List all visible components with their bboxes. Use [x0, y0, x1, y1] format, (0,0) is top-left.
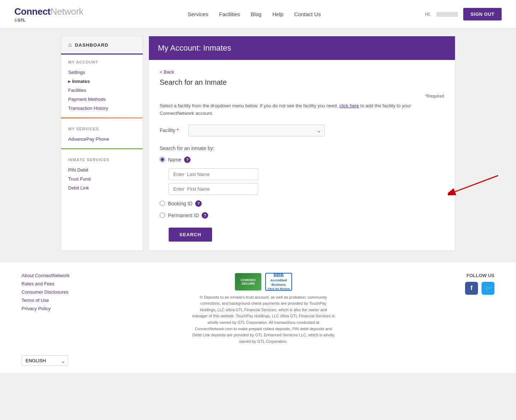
footer-content: About ConnectNetwork Rates and Fees Cons…	[0, 262, 516, 356]
radio-name-label: Name	[168, 157, 181, 163]
content-area: My Account: Inmates < Back Search for an…	[149, 36, 455, 251]
last-name-input[interactable]	[169, 168, 258, 180]
required-asterisk: *	[175, 127, 179, 133]
dashboard-label: DASHBOARD	[75, 42, 109, 48]
main-nav: Services Facilities Blog Help Contact Us	[83, 11, 425, 17]
hi-label: HI,	[425, 11, 431, 17]
facility-row: Facility * ⌄	[160, 125, 444, 136]
header-right: HI, SIGN OUT	[425, 8, 502, 20]
my-account-section: MY ACCOUNT Settings Inmates Facilities P…	[61, 55, 143, 115]
home-icon: ⌂	[68, 42, 72, 48]
twitter-icon[interactable]: 🐦	[482, 282, 494, 295]
footer-links: About ConnectNetwork Rates and Fees Cons…	[22, 273, 86, 311]
svg-line-1	[455, 176, 498, 192]
nav-help[interactable]: Help	[272, 11, 283, 17]
search-by-label: Search for an inmate by:	[160, 145, 444, 151]
sidebar-item-facilities[interactable]: Facilities	[68, 86, 136, 95]
footer: About ConnectNetwork Rates and Fees Cons…	[0, 262, 516, 373]
my-services-section: MY SERVICES AdvancePay Phone	[61, 121, 143, 145]
user-name-placeholder	[436, 12, 458, 17]
sidebar-item-inmates[interactable]: Inmates	[68, 77, 136, 86]
logo-connect: Connect	[14, 6, 51, 17]
sidebar-item-transaction-history[interactable]: Transaction History	[68, 104, 136, 113]
content-header: My Account: Inmates	[149, 36, 455, 60]
logo-text: ConnectNetwork	[14, 6, 83, 17]
nav-blog[interactable]: Blog	[251, 11, 262, 17]
follow-us-label: FOLLOW US	[441, 273, 494, 278]
facility-instruction: Select a facility from the dropdown menu…	[160, 102, 444, 117]
footer-link-rates[interactable]: Rates and Fees	[22, 281, 86, 286]
language-selector-wrapper: ENGLISH ESPAÑOL ⌄	[22, 355, 68, 366]
back-link[interactable]: < Back	[160, 69, 174, 75]
page-title: My Account: Inmates	[158, 43, 231, 52]
sidebar-item-pin-debit[interactable]: PIN Debit	[68, 165, 136, 174]
facility-select-wrapper: ⌄	[188, 125, 325, 136]
logo-gtl-text: GTL	[18, 18, 25, 22]
language-dropdown[interactable]: ENGLISH ESPAÑOL	[22, 355, 68, 366]
inmate-services-title: INMATE SERVICES	[68, 158, 136, 162]
radio-booking-label: Booking ID	[168, 201, 192, 206]
main-container: ⌂ DASHBOARD MY ACCOUNT Settings Inmates …	[61, 36, 455, 251]
nav-services[interactable]: Services	[188, 11, 208, 17]
sidebar-item-settings[interactable]: Settings	[68, 68, 136, 77]
account-divider	[61, 117, 143, 118]
comodo-badge[interactable]: COMODOSECURE	[235, 273, 262, 291]
my-account-title: MY ACCOUNT	[68, 60, 136, 64]
radio-name-input[interactable]	[160, 157, 165, 162]
sidebar-item-trust-fund[interactable]: Trust Fund	[68, 174, 136, 183]
logo-ampersand: &	[14, 18, 17, 22]
radio-permanent-input[interactable]	[160, 213, 165, 218]
booking-help-icon[interactable]: ?	[195, 200, 202, 207]
radio-permanent-label: Permanent ID	[168, 213, 199, 218]
sidebar-item-debit-link[interactable]: Debit Link	[68, 183, 136, 192]
header: ConnectNetwork &GTL Services Facilities …	[0, 0, 516, 29]
radio-permanent-option: Permanent ID ?	[160, 212, 444, 219]
bbb-badge[interactable]: BBB Accredited Business Click for Review	[265, 273, 292, 291]
logo-network: Network	[51, 6, 84, 17]
name-inputs	[169, 168, 444, 195]
required-note: *Required	[160, 94, 444, 99]
radio-booking-input[interactable]	[160, 201, 165, 206]
footer-link-about[interactable]: About ConnectNetwork	[22, 273, 86, 278]
radio-booking-option: Booking ID ?	[160, 200, 444, 207]
search-radio-group: Name ?	[160, 157, 444, 219]
radio-name-option: Name ?	[160, 157, 444, 163]
logo-gtl: &GTL	[14, 18, 25, 22]
social-icons: f 🐦	[441, 282, 494, 295]
facebook-icon[interactable]: f	[465, 282, 478, 295]
footer-center: COMODOSECURE BBB Accredited Business Cli…	[100, 273, 426, 345]
search-inmate-title: Search for an Inmate	[160, 78, 444, 87]
sidebar: ⌂ DASHBOARD MY ACCOUNT Settings Inmates …	[61, 36, 143, 251]
sign-out-button[interactable]: SIGN OUT	[463, 8, 502, 20]
sidebar-dashboard[interactable]: ⌂ DASHBOARD	[61, 36, 143, 55]
nav-facilities[interactable]: Facilities	[219, 11, 240, 17]
footer-badges: COMODOSECURE BBB Accredited Business Cli…	[100, 273, 426, 291]
name-help-icon[interactable]: ?	[184, 157, 191, 163]
red-arrow-indicator	[448, 172, 502, 197]
footer-language: ENGLISH ESPAÑOL ⌄	[0, 355, 516, 373]
sidebar-item-advancepay[interactable]: AdvancePay Phone	[68, 135, 136, 144]
footer-link-privacy[interactable]: Privacy Policy	[22, 306, 86, 311]
first-name-input[interactable]	[169, 183, 258, 195]
services-divider	[61, 148, 143, 149]
logo: ConnectNetwork &GTL	[14, 6, 83, 22]
facility-label: Facility *	[160, 127, 188, 133]
footer-link-terms[interactable]: Terms of Use	[22, 298, 86, 303]
inmate-services-section: INMATE SERVICES PIN Debit Trust Fund Deb…	[61, 152, 143, 194]
click-here-link[interactable]: click here	[339, 103, 359, 108]
footer-disclaimer: © Deposits to an inmate's trust account,…	[192, 294, 335, 345]
nav-contact[interactable]: Contact Us	[294, 11, 321, 17]
search-button[interactable]: SEARCH	[169, 228, 212, 242]
permanent-help-icon[interactable]: ?	[202, 212, 208, 219]
my-services-title: MY SERVICES	[68, 127, 136, 131]
footer-link-disclosures[interactable]: Consumer Disclosures	[22, 289, 86, 295]
sidebar-item-payment-methods[interactable]: Payment Methods	[68, 95, 136, 104]
content-body: < Back Search for an Inmate *Required Se…	[149, 60, 455, 251]
footer-right: FOLLOW US f 🐦	[441, 273, 494, 295]
facility-dropdown[interactable]	[188, 125, 325, 136]
